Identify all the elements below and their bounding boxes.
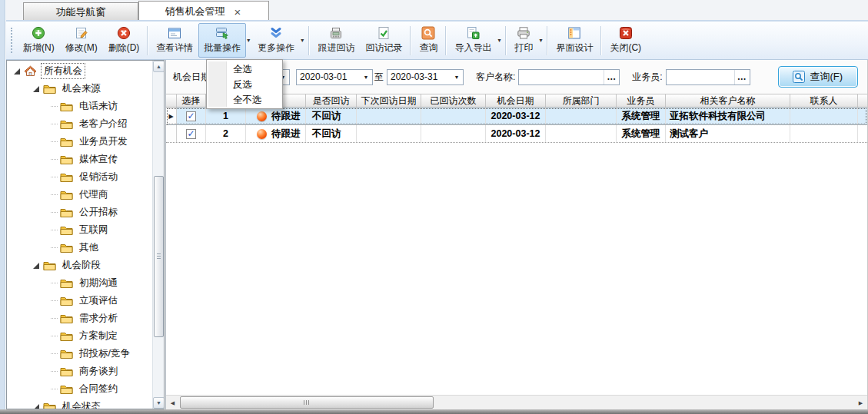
- tree-item-业务员开发[interactable]: 业务员开发: [8, 133, 151, 151]
- revisit-header[interactable]: 是否回访: [306, 94, 357, 107]
- follow-visit-button[interactable]: 跟进回访: [312, 23, 360, 58]
- table-row[interactable]: ▶✓1待跟进不回访2020-03-12系统管理亚拓软件科技有限公司: [166, 108, 867, 125]
- hscrollbar-thumb[interactable]: [180, 396, 434, 409]
- tree-item-初期沟通[interactable]: 初期沟通: [8, 274, 151, 292]
- query-button[interactable]: 查询(F): [778, 66, 858, 88]
- view-detail-button[interactable]: 查看详情: [151, 23, 198, 58]
- tree-connector: [51, 247, 58, 248]
- row-filler: [858, 108, 867, 124]
- next-visit-date-header[interactable]: 下次回访日期: [357, 94, 421, 107]
- opportunity-date-header[interactable]: 机会日期: [486, 94, 546, 107]
- tab-close-icon[interactable]: ×: [233, 6, 243, 18]
- tree-item-所有机会[interactable]: 所有机会: [8, 62, 151, 80]
- tree-item-合同签约[interactable]: 合同签约: [8, 380, 151, 398]
- revisit-cell: 不回访: [306, 125, 357, 142]
- tree-item-代理商[interactable]: 代理商: [8, 186, 151, 204]
- tab-sales-opportunity[interactable]: 销售机会管理 ×: [138, 1, 269, 22]
- table-row[interactable]: ✓2待跟进不回访2020-03-12系统管理测试客户: [166, 125, 867, 143]
- tab-function-nav[interactable]: 功能导航窗: [23, 2, 138, 22]
- tab-bar: 功能导航窗 销售机会管理 ×: [6, 0, 868, 22]
- dropdown-arrow-icon[interactable]: ▾: [497, 37, 503, 44]
- folder-icon: [60, 348, 73, 359]
- search-button[interactable]: 查询: [414, 23, 443, 58]
- salesman-header[interactable]: 业务员: [617, 94, 666, 107]
- tree-item-label: 促销活动: [77, 170, 120, 184]
- folder-icon: [43, 401, 56, 409]
- dock-strip[interactable]: [0, 0, 5, 414]
- menu-item-select-none[interactable]: 全不选: [207, 92, 282, 108]
- date-from-picker[interactable]: 2020-03-01 ▼: [296, 69, 373, 85]
- view-detail-button-label: 查看详情: [156, 41, 193, 55]
- delete-button[interactable]: 删除(D): [103, 23, 145, 58]
- scroll-left-icon[interactable]: ◀: [166, 396, 179, 409]
- tree-item-需求分析[interactable]: 需求分析: [8, 310, 151, 327]
- dropdown-arrow-icon[interactable]: ▾: [246, 37, 252, 44]
- chevron-down-icon[interactable]: ▼: [451, 75, 463, 80]
- expander-icon[interactable]: [33, 263, 39, 269]
- import-export-button-label: 导入导出: [454, 41, 491, 55]
- menu-item-select-all[interactable]: 全选: [207, 61, 282, 77]
- import-export-button[interactable]: 导入导出: [449, 23, 497, 58]
- close-button[interactable]: 关闭(C): [604, 23, 647, 58]
- table-body: ▶✓1待跟进不回访2020-03-12系统管理亚拓软件科技有限公司✓2待跟进不回…: [166, 108, 867, 143]
- dropdown-arrow-icon[interactable]: ▾: [538, 37, 544, 44]
- more-ops-button[interactable]: 更多操作: [252, 23, 300, 58]
- expander-icon[interactable]: [33, 86, 39, 92]
- menu-item-invert-selection[interactable]: 反选: [207, 77, 282, 92]
- chevron-down-icon[interactable]: ▼: [360, 75, 372, 80]
- tree-item-促销活动[interactable]: 促销活动: [8, 168, 151, 186]
- batch-ops-button[interactable]: 批量操作: [198, 23, 246, 58]
- tree-item-机会来源[interactable]: 机会来源: [8, 80, 151, 98]
- scroll-down-icon[interactable]: ▼: [153, 397, 165, 409]
- tree-item-公开招标[interactable]: 公开招标: [8, 204, 151, 221]
- tree-item-立项评估[interactable]: 立项评估: [8, 292, 151, 310]
- tree-item-机会状态[interactable]: 机会状态: [8, 398, 151, 409]
- row-checkbox[interactable]: ✓: [186, 111, 196, 121]
- tree-item-老客户介绍[interactable]: 老客户介绍: [8, 115, 151, 133]
- print-button[interactable]: 打印: [509, 23, 538, 58]
- expander-icon[interactable]: [33, 404, 39, 409]
- toolbar-grip-handle[interactable]: [11, 28, 16, 53]
- tree-item-商务谈判[interactable]: 商务谈判: [8, 363, 151, 380]
- tree-vertical-scrollbar[interactable]: ▲ ▼: [152, 61, 164, 409]
- row-marker-header[interactable]: [166, 94, 177, 107]
- next-visit-date-cell: [357, 108, 421, 124]
- tree-item-媒体宣传[interactable]: 媒体宣传: [8, 151, 151, 168]
- tree-item-机会阶段[interactable]: 机会阶段: [8, 257, 151, 274]
- toolbar-separator: [445, 26, 447, 55]
- row-marker-cell: [166, 125, 177, 142]
- select-header[interactable]: 选择: [177, 94, 206, 107]
- tree-item-电话来访[interactable]: 电话来访: [8, 98, 151, 115]
- date-to-picker[interactable]: 2020-03-31 ▼: [387, 69, 464, 85]
- contact-header[interactable]: 联系人: [790, 94, 858, 107]
- folder-icon: [60, 171, 73, 183]
- horizontal-scrollbar[interactable]: ◀ ▶: [166, 395, 867, 409]
- tree-item-label: 机会来源: [60, 81, 103, 96]
- row-checkbox[interactable]: ✓: [186, 129, 196, 139]
- customer-name-input[interactable]: [519, 70, 604, 84]
- visit-record-button[interactable]: 回访记录: [360, 23, 407, 58]
- print-icon: [517, 26, 530, 40]
- ui-design-button[interactable]: 界面设计: [550, 23, 598, 58]
- customer-header[interactable]: 相关客户名称: [666, 94, 790, 107]
- tree-item-招投标/竞争[interactable]: 招投标/竞争: [8, 345, 151, 363]
- scroll-right-icon[interactable]: ▶: [854, 396, 867, 409]
- salesman-input[interactable]: [667, 70, 734, 84]
- scroll-up-icon[interactable]: ▲: [153, 61, 165, 72]
- tree-item-互联网[interactable]: 互联网: [8, 221, 151, 239]
- tree-connector: [51, 177, 58, 177]
- ellipsis-icon[interactable]: …: [734, 70, 750, 84]
- window-bottom-edge: [0, 409, 868, 414]
- visit-count-header[interactable]: 已回访次数: [421, 94, 486, 107]
- home-icon: [24, 65, 37, 77]
- tree-scrollbar-thumb[interactable]: [154, 176, 164, 337]
- ellipsis-icon[interactable]: …: [604, 70, 619, 84]
- department-header[interactable]: 所属部门: [546, 94, 617, 107]
- expander-icon[interactable]: [14, 68, 20, 75]
- tree-item-方案制定[interactable]: 方案制定: [8, 327, 151, 345]
- tree-item-label: 老客户介绍: [77, 117, 130, 131]
- edit-button[interactable]: 修改(M): [60, 23, 103, 58]
- dropdown-arrow-icon[interactable]: ▾: [300, 37, 306, 44]
- add-button[interactable]: 新增(N): [18, 23, 60, 58]
- tree-item-其他[interactable]: 其他: [8, 239, 151, 257]
